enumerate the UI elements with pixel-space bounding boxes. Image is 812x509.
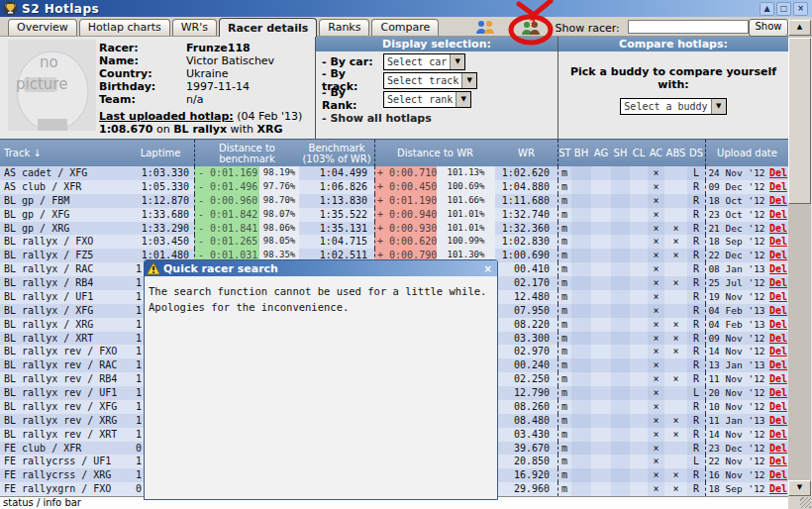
delete-link[interactable]: Del bbox=[767, 222, 788, 236]
scrollbar-thumb[interactable] bbox=[788, 38, 811, 204]
cell-date: 19 Nov '12 bbox=[705, 290, 767, 304]
delete-link[interactable]: Del bbox=[767, 414, 788, 428]
buddies-icon[interactable] bbox=[473, 19, 497, 36]
column-header-cl[interactable]: CL bbox=[630, 140, 648, 166]
cell-wr: 02.250 bbox=[495, 372, 558, 386]
tab-hotlap-charts[interactable]: Hotlap charts bbox=[79, 19, 170, 36]
cell-cl bbox=[630, 194, 648, 208]
resize-grip[interactable] bbox=[800, 497, 811, 508]
delete-link[interactable]: Del bbox=[767, 208, 788, 222]
column-header-distance-to-wr[interactable]: Distance to WR bbox=[374, 140, 495, 166]
cell-date: 09 Nov '12 bbox=[705, 332, 767, 346]
cell-ac: × bbox=[648, 249, 664, 262]
cell-wr: 02.170 bbox=[495, 276, 558, 290]
close-window-icon[interactable]: × bbox=[793, 2, 808, 16]
column-header-bh[interactable]: BH bbox=[571, 140, 591, 166]
column-header-distance-to-benchmark[interactable]: Distance to benchmark bbox=[194, 140, 299, 166]
column-header-ag[interactable]: AG bbox=[591, 140, 611, 166]
select-value: Select rank bbox=[384, 92, 456, 107]
buddy-prompt: Pick a buddy to compare yourself with: bbox=[558, 65, 788, 91]
cell-ac: × bbox=[648, 468, 664, 482]
delete-link[interactable]: Del bbox=[767, 262, 788, 276]
column-header-laptime[interactable]: Laptime bbox=[127, 140, 194, 166]
tab-overview[interactable]: Overview bbox=[8, 19, 77, 36]
column-header-upload-date[interactable]: Upload date bbox=[705, 140, 788, 166]
maximize-window-icon[interactable]: □ bbox=[776, 2, 791, 16]
column-header-st[interactable]: ST bbox=[558, 140, 571, 166]
show-racer-input[interactable] bbox=[628, 20, 749, 34]
cell-date: 24 Nov '12 bbox=[705, 166, 767, 180]
delete-link[interactable]: Del bbox=[767, 249, 788, 262]
cell-track: FE rallycrss / XRG bbox=[0, 468, 127, 482]
delete-link[interactable]: Del bbox=[767, 358, 788, 372]
dialog-title-bar: Quick racer search × bbox=[145, 260, 497, 276]
delete-link[interactable]: Del bbox=[767, 428, 788, 442]
dialog-close-icon[interactable]: × bbox=[484, 263, 492, 274]
cell-track: AS cadet / XFG bbox=[0, 166, 127, 180]
delete-link[interactable]: Del bbox=[767, 345, 788, 358]
delete-link[interactable]: Del bbox=[767, 194, 788, 208]
delete-link[interactable]: Del bbox=[767, 442, 788, 456]
tab-compare[interactable]: Compare bbox=[371, 19, 439, 36]
tab-wr-s[interactable]: WR's bbox=[172, 19, 217, 36]
select-track-select[interactable]: Select track▼ bbox=[383, 72, 477, 89]
cell-date: 13 Jan '13 bbox=[705, 358, 767, 372]
column-header-ac[interactable]: AC bbox=[648, 140, 664, 166]
column-header-benchmark-103-of-wr-[interactable]: Benchmark (103% of WR) bbox=[299, 140, 374, 166]
delete-link[interactable]: Del bbox=[767, 482, 788, 496]
delete-link[interactable]: Del bbox=[767, 468, 788, 482]
cell-ds: R bbox=[687, 180, 705, 194]
delete-link[interactable]: Del bbox=[767, 455, 788, 468]
chevron-down-icon[interactable]: ▼ bbox=[711, 99, 726, 114]
delete-link[interactable]: Del bbox=[767, 332, 788, 346]
racer-search-icon[interactable]: ? bbox=[519, 19, 543, 36]
tab-racer-details[interactable]: Racer details bbox=[219, 18, 317, 37]
cell-cl bbox=[630, 468, 648, 482]
cell-date: 21 Dec '12 bbox=[705, 222, 767, 236]
delete-link[interactable]: Del bbox=[767, 166, 788, 180]
delete-link[interactable]: Del bbox=[767, 304, 788, 318]
last-hotlap-track: BL rallyx bbox=[173, 123, 227, 136]
chevron-down-icon[interactable]: ▼ bbox=[461, 73, 476, 88]
column-header-sh[interactable]: SH bbox=[611, 140, 630, 166]
cell-cl bbox=[630, 372, 648, 386]
tab-ranks[interactable]: Ranks bbox=[319, 19, 369, 36]
cell-cl bbox=[630, 208, 648, 222]
scroll-down-icon[interactable]: ▼ bbox=[788, 480, 811, 496]
show-all-hotlaps-link[interactable]: - Show all hotlaps bbox=[322, 112, 558, 125]
show-button[interactable]: Show bbox=[749, 19, 788, 37]
delete-link[interactable]: Del bbox=[767, 386, 788, 400]
cell-abs: × bbox=[664, 428, 687, 442]
cell-abs: × bbox=[664, 332, 687, 346]
cell-cl bbox=[630, 249, 648, 262]
table-row: BL gp / XFG1:33.680- 0:01.84298.07%1:35.… bbox=[0, 208, 788, 222]
table-row: BL gp / FBM1:12.870- 0:00.96098.70%1:13.… bbox=[0, 194, 788, 208]
no-picture-text: no bbox=[40, 53, 58, 71]
cell-bh bbox=[571, 304, 591, 318]
chevron-down-icon[interactable]: ▼ bbox=[450, 54, 464, 69]
delete-link[interactable]: Del bbox=[767, 235, 788, 249]
delete-link[interactable]: Del bbox=[767, 276, 788, 290]
cell-ag bbox=[591, 332, 611, 346]
column-header-abs[interactable]: ABS bbox=[664, 140, 687, 166]
scroll-up-icon[interactable]: ▲ bbox=[788, 20, 811, 36]
cell-cl bbox=[630, 235, 648, 249]
delete-link[interactable]: Del bbox=[767, 290, 788, 304]
column-header-ds[interactable]: DS bbox=[687, 140, 705, 166]
cell-wr: 00.410 bbox=[495, 262, 558, 276]
column-header-wr[interactable]: WR bbox=[495, 140, 558, 166]
delete-link[interactable]: Del bbox=[767, 372, 788, 386]
tab-bar: OverviewHotlap chartsWR'sRacer detailsRa… bbox=[8, 18, 441, 36]
cell-track: BL rallyx rev / XRT bbox=[0, 428, 127, 442]
delete-link[interactable]: Del bbox=[767, 400, 788, 414]
shade-window-icon[interactable]: ▲ bbox=[760, 2, 774, 16]
cell-benchmark: 1:35.131 bbox=[299, 222, 374, 236]
select-car-select[interactable]: Select car▼ bbox=[383, 53, 465, 70]
vertical-scrollbar[interactable]: ▲ ▼ bbox=[788, 20, 811, 496]
delete-link[interactable]: Del bbox=[767, 318, 788, 332]
column-header-track-[interactable]: Track ↓ bbox=[0, 140, 127, 166]
select-rank-select[interactable]: Select rank▼ bbox=[383, 91, 471, 108]
buddy-select[interactable]: Select a buddy ▼ bbox=[620, 98, 726, 115]
chevron-down-icon[interactable]: ▼ bbox=[456, 92, 470, 107]
delete-link[interactable]: Del bbox=[767, 180, 788, 194]
